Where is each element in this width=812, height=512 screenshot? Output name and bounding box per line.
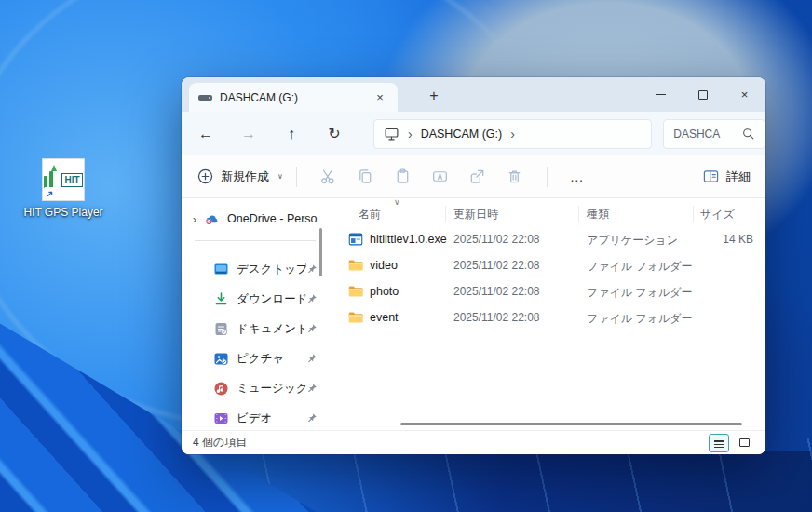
column-header-size[interactable]: サイズ — [700, 207, 735, 222]
back-button[interactable]: ← — [191, 119, 221, 149]
documents-folder-icon — [213, 321, 229, 337]
tab-dashcam[interactable]: DASHCAM (G:) × — [189, 83, 398, 112]
close-button[interactable]: × — [724, 77, 765, 112]
sidebar-item-videos[interactable]: ビデオ — [185, 405, 325, 430]
pin-icon — [306, 293, 318, 304]
sidebar-item-label: ビデオ — [237, 411, 306, 426]
column-separator[interactable] — [578, 206, 579, 222]
new-item-button[interactable]: 新規作成 ∨ — [196, 168, 283, 185]
sidebar-item-label: ミュージック — [237, 381, 306, 397]
plus-circle-icon — [196, 168, 214, 185]
file-list: ∨ 名前 更新日時 種類 サイズ — [340, 198, 759, 430]
details-pane-label: 詳細 — [726, 168, 751, 185]
file-row-hitlittlev[interactable]: hitlittlev1.0.exe 2025/11/02 22:08 アプリケー… — [340, 226, 757, 252]
refresh-button[interactable]: ↻ — [319, 119, 349, 149]
details-pane-button[interactable]: 詳細 — [702, 168, 751, 185]
pin-icon — [306, 323, 318, 334]
forward-button[interactable]: → — [234, 119, 264, 149]
sidebar-item-pictures[interactable]: ピクチャ — [185, 345, 325, 371]
file-size: 14 KB — [675, 233, 753, 246]
folder-name[interactable]: photo — [370, 285, 399, 298]
details-pane-icon — [702, 168, 720, 184]
folder-name[interactable]: event — [370, 311, 399, 324]
new-item-label: 新規作成 — [221, 168, 269, 185]
hit-gps-player-icon[interactable]: HIT — [42, 158, 85, 201]
trash-icon — [506, 168, 523, 185]
downloads-folder-icon — [213, 291, 229, 307]
delete-button[interactable] — [496, 162, 534, 192]
maximize-button[interactable] — [682, 77, 724, 112]
pictures-folder-icon — [213, 351, 229, 367]
column-header-type[interactable]: 種類 — [587, 207, 609, 222]
search-value: DASHCA — [673, 128, 741, 141]
sidebar-item-downloads[interactable]: ダウンロード — [185, 286, 325, 312]
desktop-shortcut-hit-gps-player[interactable]: HIT HIT GPS Player — [11, 158, 115, 219]
column-header-date[interactable]: 更新日時 — [453, 207, 498, 222]
rename-icon — [431, 168, 449, 185]
search-input[interactable]: DASHCA — [663, 119, 765, 149]
copy-icon — [357, 168, 374, 185]
file-row-video[interactable]: video 2025/11/02 22:08 ファイル フォルダー — [340, 252, 757, 278]
sidebar-item-label: ドキュメント — [237, 321, 306, 337]
navigation-pane: › OneDrive - Perso — [182, 198, 335, 430]
sidebar-item-music[interactable]: ミュージック — [185, 375, 325, 401]
folder-name[interactable]: video — [370, 259, 398, 272]
folder-icon — [347, 309, 364, 326]
file-type: アプリケーション — [587, 233, 678, 249]
details-view-button[interactable] — [709, 434, 729, 452]
large-icons-view-button[interactable] — [734, 434, 754, 452]
rename-button[interactable] — [422, 162, 459, 192]
file-date: 2025/11/02 22:08 — [453, 233, 540, 246]
tab-close-icon[interactable]: × — [372, 90, 388, 104]
folder-icon — [347, 283, 364, 300]
minimize-button[interactable] — [640, 77, 682, 112]
sidebar-scrollbar[interactable] — [319, 228, 322, 276]
drive-icon — [198, 95, 212, 101]
column-headers: 名前 更新日時 種類 サイズ — [340, 203, 759, 225]
column-header-name[interactable]: 名前 — [359, 207, 381, 222]
this-pc-icon — [384, 127, 399, 141]
file-explorer-window: DASHCAM (G:) × + × ← → ↑ ↻ — [182, 77, 765, 454]
share-button[interactable] — [459, 162, 496, 192]
folder-date: 2025/11/02 22:08 — [453, 311, 540, 324]
pin-icon — [306, 412, 318, 424]
application-icon — [347, 231, 364, 248]
hit-logo-text: HIT — [61, 173, 82, 187]
tab-bar: DASHCAM (G:) × + × — [182, 77, 765, 112]
sidebar-item-documents[interactable]: ドキュメント — [185, 316, 325, 342]
desktop: HIT HIT GPS Player DASHCAM (G:) × + × — [0, 0, 812, 512]
copy-button[interactable] — [347, 162, 385, 192]
breadcrumb[interactable]: › DASHCAM (G:) › — [373, 119, 652, 149]
address-bar: ← → ↑ ↻ › DASHCAM (G:) › DASHCA — [182, 112, 765, 155]
file-row-event[interactable]: event 2025/11/02 22:08 ファイル フォルダー — [340, 304, 757, 330]
sidebar-item-label: デスクトップ — [237, 262, 306, 277]
window-controls: × — [640, 77, 765, 112]
up-button[interactable]: ↑ — [277, 119, 306, 149]
folder-date: 2025/11/02 22:08 — [453, 285, 540, 298]
expand-chevron-icon[interactable]: › — [185, 212, 204, 226]
see-more-button[interactable]: … — [561, 168, 594, 184]
column-separator[interactable] — [445, 206, 446, 222]
file-name[interactable]: hitlittlev1.0.exe — [370, 233, 447, 246]
breadcrumb-chevron-icon[interactable]: › — [510, 127, 515, 141]
sidebar-item-label: ピクチャ — [237, 351, 306, 367]
breadcrumb-item-dashcam[interactable]: DASHCAM (G:) — [421, 128, 503, 141]
command-toolbar: 新規作成 ∨ — [182, 155, 765, 198]
hit-logo-bars-icon — [44, 170, 59, 189]
sidebar-item-onedrive[interactable]: › OneDrive - Perso — [185, 206, 325, 232]
sidebar-item-desktop[interactable]: デスクトップ — [185, 256, 325, 282]
paste-button[interactable] — [385, 162, 422, 192]
maximize-icon — [698, 90, 708, 100]
paste-icon — [394, 168, 412, 185]
file-row-photo[interactable]: photo 2025/11/02 22:08 ファイル フォルダー — [340, 278, 757, 304]
desktop-folder-icon — [213, 262, 229, 277]
new-tab-button[interactable]: + — [422, 85, 446, 107]
cut-button[interactable] — [310, 162, 347, 192]
column-separator[interactable] — [693, 206, 694, 222]
folder-icon — [347, 257, 364, 274]
horizontal-scrollbar[interactable] — [400, 423, 742, 425]
shortcut-label: HIT GPS Player — [11, 206, 115, 219]
folder-date: 2025/11/02 22:08 — [453, 259, 540, 272]
large-icons-view-icon — [739, 438, 750, 447]
chevron-down-icon: ∨ — [277, 172, 283, 181]
